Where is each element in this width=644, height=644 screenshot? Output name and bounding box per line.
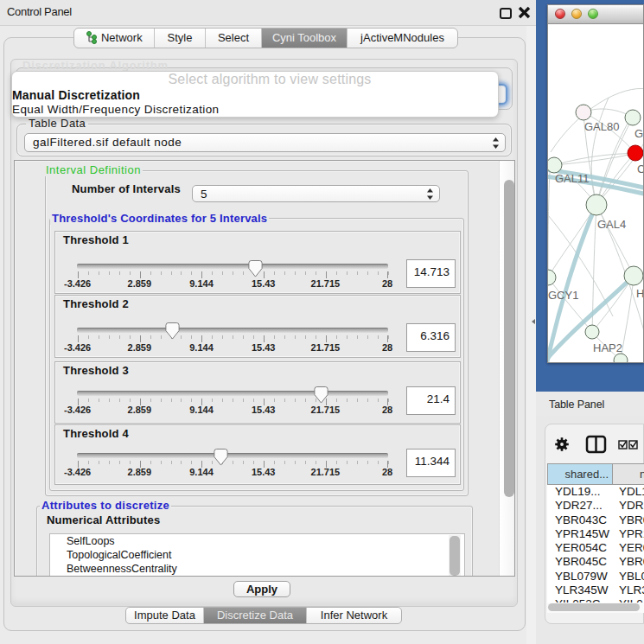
svg-text:C: C — [637, 163, 643, 175]
svg-text:H: H — [636, 287, 643, 300]
svg-text:GAL11: GAL11 — [555, 172, 590, 185]
svg-text:G.: G. — [634, 127, 643, 140]
svg-text:GCY1: GCY1 — [548, 289, 578, 302]
svg-text:GAL4: GAL4 — [597, 218, 626, 231]
svg-text:HAP2: HAP2 — [593, 341, 622, 354]
svg-text:GAL80: GAL80 — [584, 120, 619, 133]
